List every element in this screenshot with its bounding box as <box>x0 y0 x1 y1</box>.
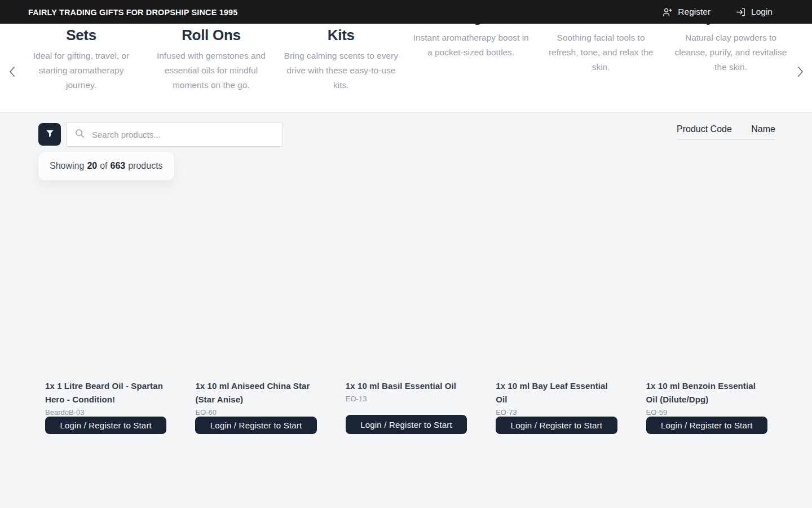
product-info: 1x 1 Litre Beard Oil - Spartan Hero - Co… <box>45 379 166 434</box>
brand-title: FAIRLY TRADING GIFTS FOR DROPSHIP SINCE … <box>28 7 237 17</box>
category-card-face-rollers[interactable]: Face Rollers Soothing facial tools to re… <box>542 24 660 94</box>
category-description: Infused with gemstones and essential oil… <box>152 49 270 93</box>
category-description: Natural clay powders to cleanse, purify,… <box>672 30 789 75</box>
sort-bar: Product Code Name <box>677 124 775 140</box>
product-info: 1x 10 ml Aniseed China Star (Star Anise)… <box>195 379 316 434</box>
carousel-track: Sets Ideal for gifting, travel, or start… <box>23 24 789 112</box>
search-icon <box>74 128 85 141</box>
product-code: BeardoB-03 <box>45 408 166 417</box>
product-info: 1x 10 ml Basil Essential Oil EO-13 Login… <box>346 379 467 434</box>
category-carousel: Sets Ideal for gifting, travel, or start… <box>0 24 812 113</box>
product-card: 1x 1 Litre Beard Oil - Spartan Hero - Co… <box>45 192 166 434</box>
category-card-sets[interactable]: Sets Ideal for gifting, travel, or start… <box>23 24 140 112</box>
login-register-button[interactable]: Login / Register to Start <box>346 415 467 434</box>
login-label: Login <box>751 7 773 17</box>
product-code: EO-73 <box>496 408 617 417</box>
filter-button[interactable] <box>38 123 61 146</box>
product-card: 1x 10 ml Aniseed China Star (Star Anise)… <box>195 192 316 434</box>
product-image-placeholder <box>496 192 617 379</box>
product-card: 1x 10 ml Bay Leaf Essential Oil EO-73 Lo… <box>496 192 617 434</box>
showing-total: 663 <box>111 161 126 171</box>
showing-count: 20 <box>87 161 97 171</box>
main-content: Product Code Name Showing 20 of 663 prod… <box>0 113 812 508</box>
showing-of: of <box>100 161 107 171</box>
product-image-placeholder <box>346 192 467 379</box>
chevron-left-icon[interactable] <box>5 64 19 79</box>
topbar-actions: Register Login <box>662 7 773 17</box>
results-count-badge: Showing 20 of 663 products <box>38 151 175 181</box>
category-card-clay-powders[interactable]: Clay Powders Natural clay powders to cle… <box>672 24 789 94</box>
login-register-button[interactable]: Login / Register to Start <box>646 417 767 434</box>
product-image-placeholder <box>195 192 316 379</box>
product-info: 1x 10 ml Benzoin Essential Oil (Dilute/D… <box>646 379 767 434</box>
category-title: Face Rollers <box>542 24 660 26</box>
login-register-button[interactable]: Login / Register to Start <box>45 417 166 434</box>
search-input[interactable] <box>92 130 275 139</box>
category-card-roll-ons[interactable]: Roll Ons Infused with gemstones and esse… <box>152 24 270 112</box>
login-register-button[interactable]: Login / Register to Start <box>496 417 617 434</box>
category-title: Sets <box>23 26 140 44</box>
showing-suffix: products <box>128 161 162 171</box>
category-description: Soothing facial tools to refresh, tone, … <box>542 30 660 75</box>
category-description: Bring calming scents to every drive with… <box>283 49 400 93</box>
product-card: 1x 10 ml Basil Essential Oil EO-13 Login… <box>346 192 467 434</box>
product-title[interactable]: 1x 10 ml Benzoin Essential Oil (Dilute/D… <box>646 379 767 406</box>
product-title[interactable]: 1x 1 Litre Beard Oil - Spartan Hero - Co… <box>45 379 166 406</box>
category-title: Smelling Salts <box>412 24 529 26</box>
chevron-right-icon[interactable] <box>793 64 807 79</box>
product-title[interactable]: 1x 10 ml Basil Essential Oil <box>346 379 467 393</box>
category-card-smelling-salts[interactable]: Smelling Salts Instant aromatherapy boos… <box>412 24 529 94</box>
register-button[interactable]: Register <box>662 7 710 17</box>
category-title: Kits <box>283 26 400 44</box>
category-title: Clay Powders <box>672 24 789 26</box>
product-card: 1x 10 ml Benzoin Essential Oil (Dilute/D… <box>646 192 767 434</box>
product-title[interactable]: 1x 10 ml Aniseed China Star (Star Anise) <box>195 379 316 406</box>
category-title: Roll Ons <box>152 26 270 44</box>
filter-funnel-icon <box>45 129 55 140</box>
product-image-placeholder <box>45 192 166 379</box>
person-plus-icon <box>662 7 673 17</box>
category-description: Instant aromatherapy boost in a pocket-s… <box>412 30 529 60</box>
login-arrow-icon <box>735 7 746 17</box>
product-grid: 1x 1 Litre Beard Oil - Spartan Hero - Co… <box>45 192 767 434</box>
product-title[interactable]: 1x 10 ml Bay Leaf Essential Oil <box>496 379 617 406</box>
product-image-placeholder <box>646 192 767 379</box>
product-code: EO-13 <box>346 395 467 403</box>
product-info: 1x 10 ml Bay Leaf Essential Oil EO-73 Lo… <box>496 379 617 434</box>
category-card-kits[interactable]: Kits Bring calming scents to every drive… <box>283 24 400 112</box>
product-code: EO-60 <box>195 408 316 417</box>
showing-prefix: Showing <box>50 161 84 171</box>
sort-by-name[interactable]: Name <box>751 124 775 134</box>
topbar: FAIRLY TRADING GIFTS FOR DROPSHIP SINCE … <box>0 0 812 24</box>
login-register-button[interactable]: Login / Register to Start <box>195 417 316 434</box>
search-box <box>66 122 283 147</box>
category-description: Ideal for gifting, travel, or starting a… <box>23 49 140 93</box>
register-label: Register <box>678 7 710 17</box>
sort-by-product-code[interactable]: Product Code <box>677 124 732 134</box>
product-code: EO-59 <box>646 408 767 417</box>
login-button[interactable]: Login <box>735 7 773 17</box>
